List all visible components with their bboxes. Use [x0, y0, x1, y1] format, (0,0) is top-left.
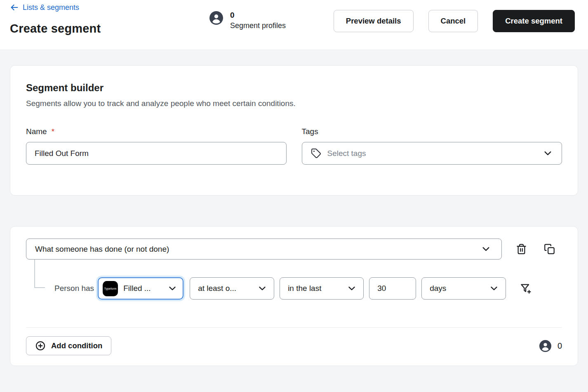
segment-name-input[interactable]: [26, 142, 287, 165]
copy-icon: [544, 243, 555, 255]
condition-profile-count: 0: [539, 340, 562, 352]
chevron-down-icon: [253, 283, 267, 293]
circle-plus-icon: [35, 340, 46, 351]
condition-detail-row: Person has Typeform Filled ... at least …: [54, 277, 562, 300]
filter-plus-icon: [520, 283, 532, 294]
timeframe-value: in the last: [288, 284, 321, 293]
name-label: Name: [26, 127, 47, 136]
condition-connector-line: [34, 260, 45, 288]
person-circle-icon: [539, 340, 551, 352]
header-actions: Preview details Cancel Create segment: [334, 10, 575, 32]
condition-footer: Add condition 0: [26, 336, 562, 355]
tags-placeholder: Select tags: [327, 149, 366, 158]
arrow-left-icon: [10, 3, 19, 12]
action-select[interactable]: Typeform Filled ...: [98, 277, 183, 300]
timeframe-amount-input[interactable]: [369, 277, 416, 300]
chevron-down-icon: [163, 283, 177, 293]
chevron-down-icon: [343, 283, 357, 293]
segment-builder-card: Segment builder Segments allow you to tr…: [10, 65, 578, 196]
frequency-value: at least o...: [198, 284, 236, 293]
builder-description: Segments allow you to track and analyze …: [26, 99, 562, 108]
page-title: Create segment: [10, 22, 101, 35]
time-unit-value: days: [430, 284, 446, 293]
profile-count-label: Segment profiles: [230, 22, 286, 29]
tag-icon: [311, 148, 321, 158]
chevron-down-icon: [485, 283, 499, 293]
person-circle-icon: [209, 11, 223, 25]
add-condition-button[interactable]: Add condition: [26, 336, 111, 355]
add-condition-label: Add condition: [51, 341, 102, 350]
create-segment-button[interactable]: Create segment: [493, 10, 575, 32]
timeframe-select[interactable]: in the last: [280, 277, 364, 300]
chevron-down-icon: [481, 244, 491, 254]
condition-count-value: 0: [557, 341, 562, 351]
frequency-select[interactable]: at least o...: [190, 277, 274, 300]
add-filter-button[interactable]: [520, 283, 532, 294]
builder-title: Segment builder: [26, 82, 562, 94]
condition-type-select[interactable]: What someone has done (or not done): [26, 239, 502, 260]
tags-label: Tags: [302, 127, 318, 136]
cancel-button[interactable]: Cancel: [428, 10, 478, 32]
preview-details-button[interactable]: Preview details: [334, 10, 414, 32]
back-link-label: Lists & segments: [23, 3, 79, 12]
action-value: Filled ...: [123, 284, 151, 293]
condition-type-row: What someone has done (or not done): [26, 239, 562, 260]
delete-condition-button[interactable]: [516, 243, 527, 255]
typeform-icon: Typeform: [103, 281, 118, 296]
tags-select[interactable]: Select tags: [302, 142, 562, 165]
tags-field-group: Tags Select tags: [302, 127, 562, 165]
time-unit-select[interactable]: days: [421, 277, 506, 300]
trash-icon: [516, 243, 527, 255]
name-field-group: Name *: [26, 127, 287, 165]
person-has-label: Person has: [54, 284, 94, 293]
condition-type-value: What someone has done (or not done): [35, 245, 169, 254]
card-divider: [26, 327, 562, 328]
chevron-down-icon: [543, 148, 553, 158]
condition-card: What someone has done (or not done): [10, 226, 578, 366]
builder-form-row: Name * Tags Select tags: [26, 127, 562, 165]
duplicate-condition-button[interactable]: [544, 243, 555, 255]
back-link[interactable]: Lists & segments: [10, 3, 79, 12]
top-bar: Lists & segments Create segment 0 Segmen…: [0, 0, 588, 50]
profile-count: 0: [230, 11, 286, 19]
segment-profiles-summary: 0 Segment profiles: [209, 11, 286, 29]
required-asterisk: *: [52, 127, 54, 136]
main-content: Segment builder Segments allow you to tr…: [0, 50, 588, 366]
